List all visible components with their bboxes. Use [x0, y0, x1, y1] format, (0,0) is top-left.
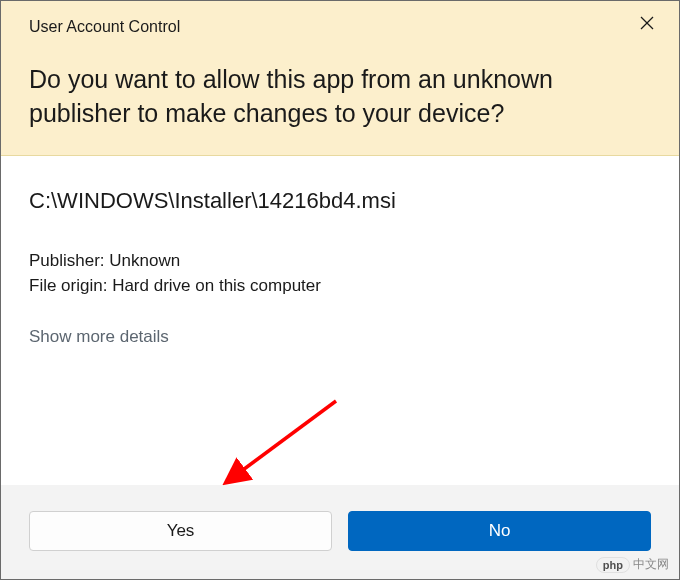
- close-button[interactable]: [627, 7, 667, 39]
- show-more-details-link[interactable]: Show more details: [29, 327, 169, 347]
- uac-dialog: User Account Control Do you want to allo…: [0, 0, 680, 580]
- prompt-message: Do you want to allow this app from an un…: [29, 63, 651, 131]
- header-top-row: User Account Control: [29, 13, 651, 39]
- file-origin-label: File origin: Hard drive on this computer: [29, 273, 651, 299]
- button-row: Yes No: [1, 485, 679, 579]
- dialog-header: User Account Control Do you want to allo…: [1, 1, 679, 156]
- close-icon: [640, 16, 654, 30]
- publisher-label: Publisher: Unknown: [29, 248, 651, 274]
- details-block: Publisher: Unknown File origin: Hard dri…: [29, 248, 651, 299]
- no-button[interactable]: No: [348, 511, 651, 551]
- dialog-body: C:\WINDOWS\Installer\14216bd4.msi Publis…: [1, 156, 679, 486]
- yes-button[interactable]: Yes: [29, 511, 332, 551]
- app-path: C:\WINDOWS\Installer\14216bd4.msi: [29, 188, 651, 214]
- dialog-title: User Account Control: [29, 13, 180, 36]
